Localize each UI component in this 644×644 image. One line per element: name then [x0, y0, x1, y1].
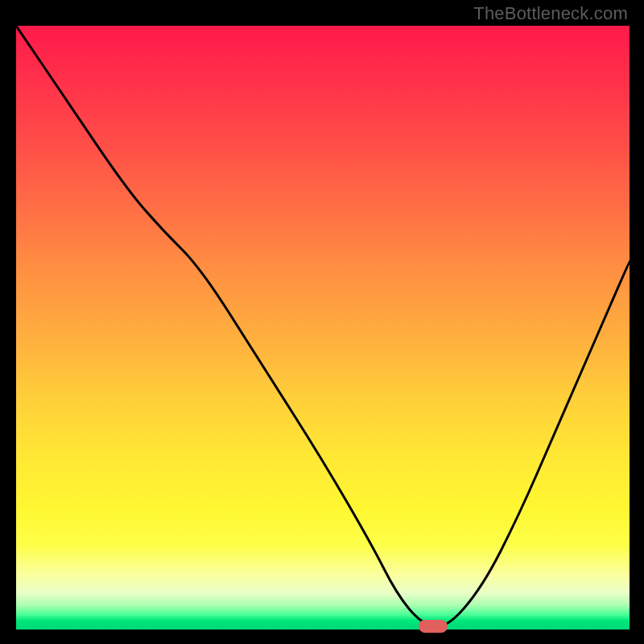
performance-curve: [16, 26, 630, 627]
plot-area: [16, 26, 630, 630]
optimal-marker: [419, 620, 448, 633]
attribution-text: TheBottleneck.com: [473, 3, 628, 24]
curve-svg: [16, 26, 630, 630]
